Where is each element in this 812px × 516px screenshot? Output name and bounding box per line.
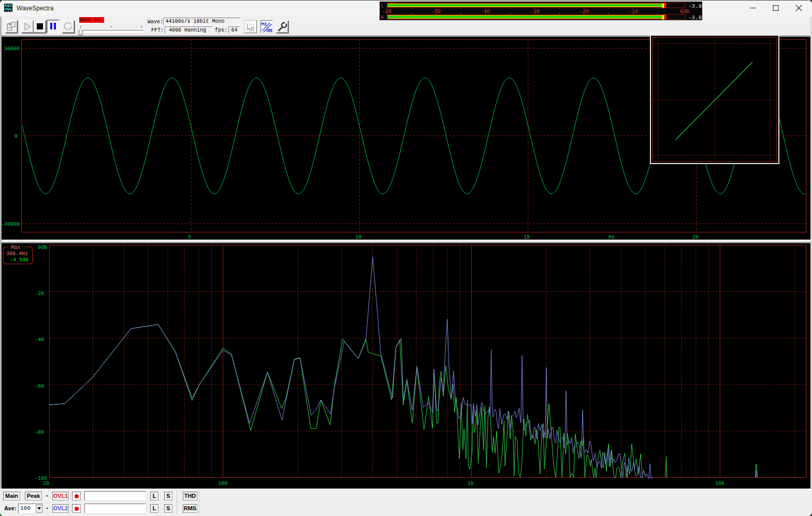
svg-text:Max: Max xyxy=(11,245,20,250)
svg-text:-4.5dB: -4.5dB xyxy=(10,257,28,263)
svg-text:-3.8: -3.8 xyxy=(688,14,702,20)
svg-text:Hz: Hz xyxy=(261,21,266,26)
svg-text:-60: -60 xyxy=(35,384,44,389)
svg-text:-3.8: -3.8 xyxy=(688,3,702,9)
svg-text:100: 100 xyxy=(218,481,227,486)
svg-text:30000: 30000 xyxy=(4,46,20,52)
svg-text:0dB: 0dB xyxy=(680,9,689,14)
svg-text:ms: ms xyxy=(608,234,615,240)
svg-text:-80: -80 xyxy=(35,430,44,435)
svg-text:-20: -20 xyxy=(579,9,589,14)
svg-text:0dB: 0dB xyxy=(38,245,47,250)
svg-text:-50: -50 xyxy=(431,9,441,14)
svg-text:-20: -20 xyxy=(35,291,44,297)
svg-text:1k: 1k xyxy=(468,481,474,486)
svg-text:10k: 10k xyxy=(715,481,724,486)
svg-text:-60: -60 xyxy=(382,9,392,14)
svg-text:398.4Hz: 398.4Hz xyxy=(6,251,28,257)
svg-text:20: 20 xyxy=(692,234,699,240)
svg-text:-10: -10 xyxy=(629,9,638,14)
svg-text:15: 15 xyxy=(524,234,530,240)
svg-text:10: 10 xyxy=(355,234,361,240)
svg-text:-30000: -30000 xyxy=(2,222,20,227)
svg-text:-30: -30 xyxy=(530,9,540,14)
svg-text:R: R xyxy=(381,15,384,21)
svg-text:L: L xyxy=(381,3,384,9)
svg-text:0: 0 xyxy=(15,134,18,139)
svg-text:-40: -40 xyxy=(35,337,44,343)
svg-text:5: 5 xyxy=(188,234,191,240)
svg-text:-40: -40 xyxy=(481,9,490,14)
svg-text:20: 20 xyxy=(43,481,49,486)
